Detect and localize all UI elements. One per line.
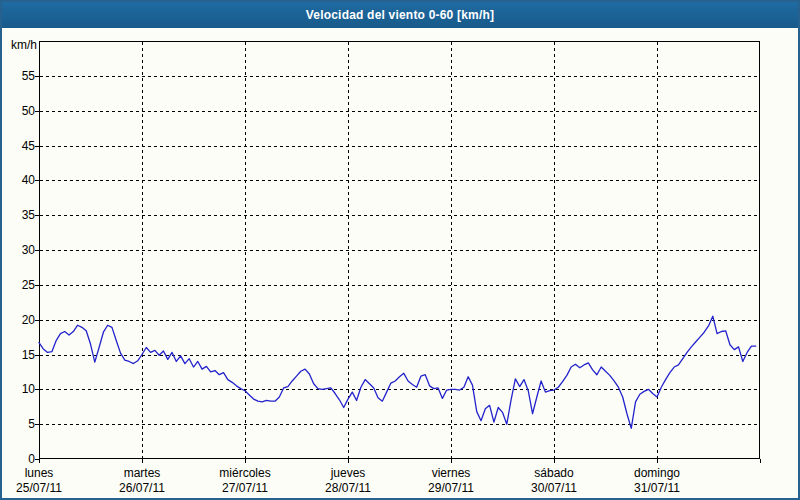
y-tick-label: 55 (2, 68, 35, 84)
y-tick-label: 35 (2, 207, 35, 223)
window-title: Velocidad del viento 0-60 [km/h] (306, 8, 494, 22)
day-date: 28/07/11 (298, 481, 398, 496)
plot-border (40, 42, 760, 459)
day-name: viernes (401, 466, 501, 481)
y-tick-label: 25 (2, 277, 35, 293)
day-name: lunes (0, 466, 89, 481)
y-tick-label: 40 (2, 172, 35, 188)
day-date: 29/07/11 (401, 481, 501, 496)
x-day-label: martes26/07/11 (92, 466, 192, 496)
day-date: 31/07/11 (607, 481, 707, 496)
y-axis-unit-label: km/h (4, 38, 37, 52)
day-name: jueves (298, 466, 398, 481)
x-day-label: lunes25/07/11 (0, 466, 89, 496)
window-title-bar: Velocidad del viento 0-60 [km/h] (2, 2, 798, 28)
wind-speed-line (39, 316, 756, 428)
day-name: sábado (504, 466, 604, 481)
x-day-label: domingo31/07/11 (607, 466, 707, 496)
chart-region: km/h 0510152025303540455055 lunes25/07/1… (2, 28, 798, 496)
day-date: 30/07/11 (504, 481, 604, 496)
y-tick-label: 15 (2, 347, 35, 363)
x-day-label: viernes29/07/11 (401, 466, 501, 496)
y-tick-label: 45 (2, 138, 35, 154)
day-name: miércoles (195, 466, 295, 481)
x-day-label: miércoles27/07/11 (195, 466, 295, 496)
y-tick-label: 30 (2, 242, 35, 258)
x-day-label: sábado30/07/11 (504, 466, 604, 496)
day-name: domingo (607, 466, 707, 481)
y-tick-label: 5 (2, 416, 35, 432)
x-day-label: jueves28/07/11 (298, 466, 398, 496)
y-tick-label: 20 (2, 312, 35, 328)
day-name: martes (92, 466, 192, 481)
y-tick-label: 10 (2, 381, 35, 397)
app-window: Velocidad del viento 0-60 [km/h] km/h 05… (0, 0, 800, 500)
day-date: 26/07/11 (92, 481, 192, 496)
y-tick-label: 0 (2, 451, 35, 467)
y-tick-label: 50 (2, 103, 35, 119)
chart-canvas (39, 41, 761, 465)
day-date: 27/07/11 (195, 481, 295, 496)
day-date: 25/07/11 (0, 481, 89, 496)
